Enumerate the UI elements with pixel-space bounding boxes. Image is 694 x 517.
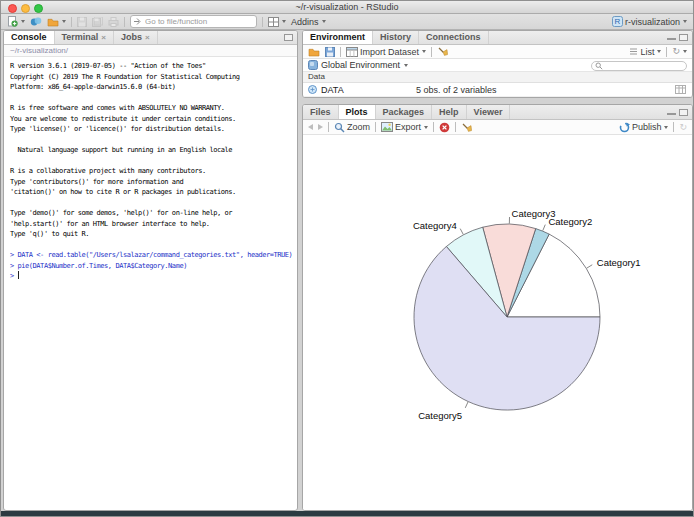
tab-console[interactable]: Console — [4, 31, 55, 44]
environment-search-box[interactable] — [591, 61, 687, 71]
save-workspace-icon[interactable] — [325, 47, 335, 57]
window-bottom-edge — [1, 511, 693, 516]
pane-layout-button[interactable] — [268, 15, 286, 28]
console-output-line: Type 'license()' or 'licence()' for dist… — [10, 124, 291, 135]
toolbar-separator — [455, 122, 456, 132]
svg-text:R: R — [615, 17, 621, 26]
minimize-window-button[interactable] — [21, 4, 30, 13]
dropdown-caret-icon — [422, 50, 426, 53]
toolbar-separator — [375, 122, 376, 132]
console-output-line: R version 3.6.1 (2019-07-05) -- "Action … — [10, 61, 291, 72]
maximize-pane-button[interactable] — [284, 34, 293, 41]
environment-object-row[interactable]: DATA5 obs. of 2 variables — [303, 83, 692, 97]
close-tab-icon[interactable]: × — [145, 34, 150, 42]
dropdown-caret-icon — [282, 20, 286, 23]
window-title: ~/r-visualization - RStudio — [1, 1, 693, 13]
pie-label-category1: Category1 — [597, 257, 641, 268]
pie-label-category3: Category3 — [512, 208, 556, 219]
minimize-pane-button[interactable] — [667, 109, 676, 115]
console-input-line: > pie(DATA$Number.of.Times, DATA$Categor… — [10, 261, 291, 272]
refresh-environment-button[interactable]: ↻ — [672, 45, 687, 58]
refresh-plot-icon[interactable]: ↻ — [679, 123, 687, 132]
addins-menu-button[interactable]: Addins — [291, 15, 326, 28]
new-project-icon — [30, 16, 42, 27]
toolbar-separator — [262, 17, 263, 27]
tab-files[interactable]: Files — [303, 105, 339, 119]
toolbar-separator — [431, 47, 432, 57]
pane-grid-icon — [268, 17, 279, 27]
title-bar: ~/r-visualization - RStudio — [1, 1, 693, 14]
close-tab-icon[interactable]: × — [101, 34, 106, 42]
new-project-button[interactable] — [30, 15, 42, 28]
project-menu-button[interactable]: R r-visualization — [612, 15, 687, 28]
text-cursor — [18, 271, 19, 279]
import-dataset-button[interactable]: Import Dataset — [346, 45, 426, 58]
environment-scope-label[interactable]: Global Environment — [321, 60, 400, 70]
goto-file-input[interactable] — [130, 15, 257, 28]
open-file-button[interactable] — [47, 15, 66, 28]
previous-plot-button[interactable] — [308, 124, 313, 130]
environment-search-input[interactable] — [603, 60, 685, 71]
view-data-icon[interactable] — [675, 85, 686, 94]
tab-label: Viewer — [474, 106, 503, 119]
toolbar-separator — [124, 17, 125, 27]
export-plot-button[interactable]: Export — [381, 121, 428, 134]
tab-jobs[interactable]: Jobs× — [114, 31, 158, 44]
tab-environment[interactable]: Environment — [303, 31, 373, 44]
object-name[interactable]: DATA — [321, 85, 344, 95]
pie-label-tick — [587, 265, 593, 268]
plots-tabbar: FilesPlotsPackagesHelpViewer — [303, 105, 692, 120]
console-input-line: > — [10, 271, 291, 282]
console-output[interactable]: R version 3.6.1 (2019-07-05) -- "Action … — [4, 57, 297, 286]
next-plot-button[interactable] — [318, 124, 323, 130]
zoom-plot-button[interactable]: Zoom — [334, 121, 370, 134]
console-output-line — [10, 156, 291, 167]
load-workspace-icon[interactable] — [308, 47, 320, 57]
console-output-line: Copyright (C) 2019 The R Foundation for … — [10, 72, 291, 83]
toolbar-separator — [328, 122, 329, 132]
environment-toolbar: Import Dataset List ↻ — [303, 45, 692, 59]
tab-label: Plots — [346, 106, 368, 119]
console-output-line — [10, 240, 291, 251]
export-plot-label: Export — [395, 122, 421, 132]
tab-viewer[interactable]: Viewer — [467, 105, 511, 119]
tab-terminal[interactable]: Terminal× — [55, 31, 115, 44]
r-project-icon: R — [612, 16, 623, 27]
environment-view-mode-button[interactable]: List — [629, 45, 661, 58]
publish-plot-label: Publish — [632, 122, 662, 132]
dropdown-caret-icon — [404, 64, 408, 67]
tab-plots[interactable]: Plots — [339, 105, 376, 119]
tab-label: Packages — [383, 106, 425, 119]
console-output-line: You are welcome to redistribute it under… — [10, 114, 291, 125]
console-output-line: Natural language support but running in … — [10, 145, 291, 156]
console-output-line — [10, 198, 291, 209]
console-output-line: R is a collaborative project with many c… — [10, 166, 291, 177]
new-file-button[interactable] — [7, 15, 25, 28]
magnifier-icon — [334, 122, 345, 133]
global-environment-icon — [308, 60, 318, 70]
publish-icon — [619, 122, 630, 133]
tab-connections[interactable]: Connections — [419, 31, 489, 44]
search-icon — [595, 62, 603, 70]
tab-history[interactable]: History — [373, 31, 419, 44]
list-view-icon — [629, 47, 638, 56]
minimize-pane-button[interactable] — [667, 34, 676, 40]
maximize-pane-button[interactable] — [679, 109, 688, 116]
save-all-button — [92, 15, 103, 28]
clear-objects-broom-icon[interactable] — [437, 46, 448, 57]
clear-plots-broom-icon[interactable] — [461, 122, 472, 133]
remove-plot-icon[interactable] — [439, 122, 450, 133]
console-output-line: R is free software and comes with ABSOLU… — [10, 103, 291, 114]
dropdown-caret-icon — [683, 20, 687, 23]
publish-plot-button[interactable]: Publish — [619, 121, 669, 134]
console-tabbar: ConsoleTerminal×Jobs× — [4, 31, 297, 45]
tab-label: Environment — [310, 31, 365, 44]
close-window-button[interactable] — [8, 4, 17, 13]
maximize-pane-button[interactable] — [679, 34, 688, 41]
pie-label-category4: Category4 — [413, 220, 457, 231]
tab-label: History — [380, 31, 411, 44]
list-view-label: List — [640, 47, 654, 57]
zoom-window-button[interactable] — [34, 4, 43, 13]
tab-packages[interactable]: Packages — [376, 105, 433, 119]
tab-help[interactable]: Help — [432, 105, 467, 119]
